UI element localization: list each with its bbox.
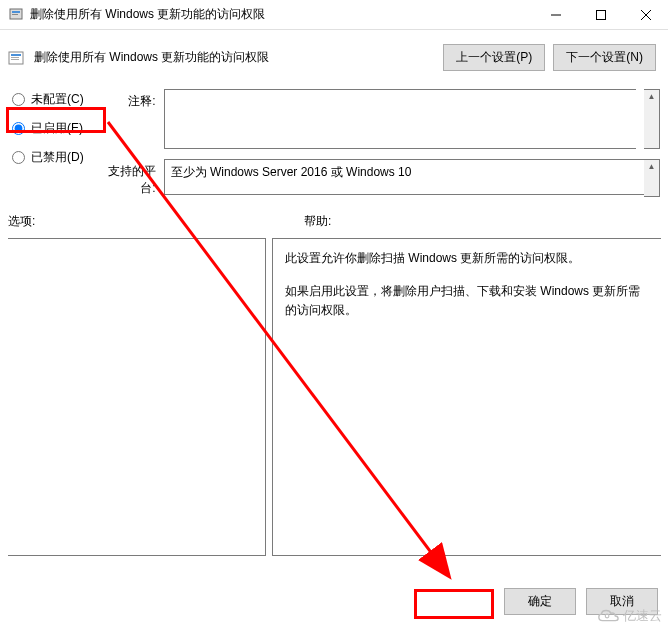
comment-label: 注释:	[96, 89, 156, 149]
radio-enabled[interactable]: 已启用(E)	[12, 120, 84, 137]
radio-not-configured-input[interactable]	[12, 93, 25, 106]
radio-not-configured-label: 未配置(C)	[31, 91, 84, 108]
supported-platform-text: 至少为 Windows Server 2016 或 Windows 10	[164, 159, 644, 195]
policy-icon	[8, 50, 24, 66]
close-button[interactable]	[623, 0, 668, 29]
help-label: 帮助:	[304, 213, 331, 230]
radio-enabled-input[interactable]	[12, 122, 25, 135]
comment-textarea[interactable]	[164, 89, 636, 149]
options-label: 选项:	[8, 213, 304, 230]
svg-rect-8	[11, 54, 21, 56]
radio-disabled[interactable]: 已禁用(D)	[12, 149, 84, 166]
watermark-text: 亿速云	[623, 607, 662, 625]
radio-enabled-label: 已启用(E)	[31, 120, 83, 137]
svg-rect-2	[12, 14, 18, 15]
help-panel: 此设置允许你删除扫描 Windows 更新所需的访问权限。 如果启用此设置，将删…	[272, 238, 661, 556]
comment-scrollbar[interactable]: ▲	[644, 89, 660, 149]
options-panel	[8, 238, 266, 556]
radio-disabled-label: 已禁用(D)	[31, 149, 84, 166]
svg-rect-4	[596, 10, 605, 19]
watermark: 亿速云	[597, 607, 662, 625]
window-title: 删除使用所有 Windows 更新功能的访问权限	[30, 6, 533, 23]
app-icon	[8, 7, 24, 23]
policy-title: 删除使用所有 Windows 更新功能的访问权限	[34, 49, 433, 66]
help-text-1: 此设置允许你删除扫描 Windows 更新所需的访问权限。	[285, 249, 649, 268]
cloud-icon	[597, 608, 619, 624]
maximize-button[interactable]	[578, 0, 623, 29]
ok-button[interactable]: 确定	[504, 588, 576, 615]
minimize-button[interactable]	[533, 0, 578, 29]
help-text-2: 如果启用此设置，将删除用户扫描、下载和安装 Windows 更新所需的访问权限。	[285, 282, 649, 320]
platform-label: 支持的平台:	[96, 159, 156, 197]
platform-scrollbar[interactable]: ▲	[644, 159, 660, 197]
radio-not-configured[interactable]: 未配置(C)	[12, 91, 84, 108]
radio-disabled-input[interactable]	[12, 151, 25, 164]
svg-rect-1	[12, 11, 20, 13]
svg-point-13	[605, 614, 609, 618]
next-setting-button[interactable]: 下一个设置(N)	[553, 44, 656, 71]
annotation-highlight-ok	[414, 589, 494, 619]
svg-rect-10	[11, 59, 19, 60]
previous-setting-button[interactable]: 上一个设置(P)	[443, 44, 545, 71]
svg-rect-9	[11, 57, 19, 58]
